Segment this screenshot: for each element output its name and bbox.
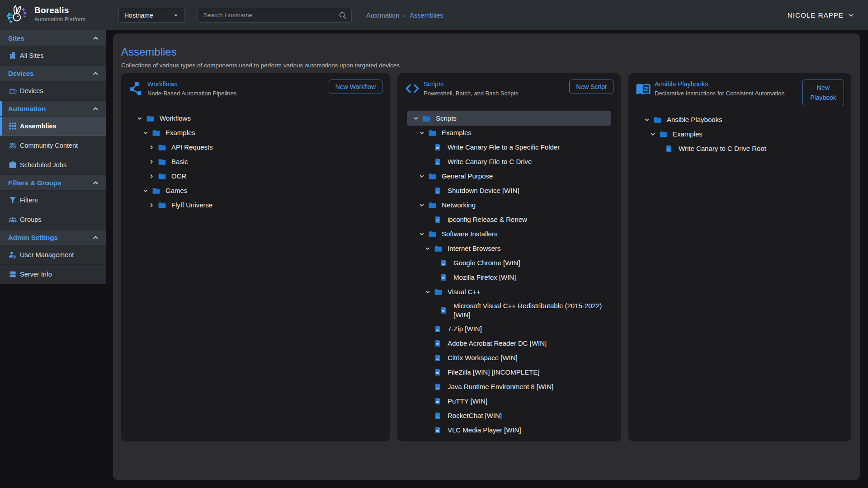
code-icon — [405, 80, 424, 96]
tree-folder-ocr[interactable]: OCR — [131, 169, 380, 183]
sidebar-section-filters-groups[interactable]: Filters & Groups — [0, 175, 106, 191]
new-playbook-button[interactable]: New Playbook — [802, 80, 844, 106]
search-icon[interactable] — [338, 11, 347, 19]
tree-file-write-canary-to-c-drive-root[interactable]: Write Canary to C Drive Root — [638, 141, 842, 156]
folder-icon — [653, 116, 662, 124]
tree-folder-ansible-playbooks[interactable]: Ansible Playbooks — [638, 113, 842, 127]
tree-folder-flyff-universe[interactable]: Flyff Universe — [131, 198, 380, 212]
tree-node-label: VLC Media Player [WIN] — [448, 423, 521, 437]
tree-file-microsoft-visual-c-redistributable-2015-2022-win[interactable]: Microsoft Visual C++ Redistributable (20… — [407, 299, 611, 322]
tree-file-google-chrome-win[interactable]: Google Chrome [WIN] — [407, 256, 611, 270]
sidebar-item-filters[interactable]: Filters — [0, 191, 106, 210]
borealis-logo — [6, 4, 28, 26]
tree-folder-software-installers[interactable]: Software Installers — [407, 227, 611, 241]
tree-folder-general-purpose[interactable]: General Purpose — [407, 169, 611, 183]
tree-folder-examples[interactable]: Examples — [638, 127, 842, 141]
chevron-down-icon[interactable] — [649, 131, 656, 138]
tree-folder-examples[interactable]: Examples — [407, 126, 611, 140]
sidebar-section-devices[interactable]: Devices — [0, 66, 106, 81]
chevron-right-icon[interactable] — [148, 173, 155, 180]
chevron-down-icon[interactable] — [136, 115, 143, 122]
chevron-down-icon[interactable] — [142, 129, 149, 136]
playbooks-card-subtitle: Declarative Instructions for Consistent … — [655, 89, 798, 97]
chevron-up-icon[interactable] — [91, 104, 100, 113]
tree-file-vlc-media-player-win[interactable]: VLC Media Player [WIN] — [407, 423, 611, 437]
tree-node-label: Mozilla Firefox [WIN] — [453, 271, 516, 284]
new-script-button[interactable]: New Script — [569, 80, 613, 94]
chevron-up-icon[interactable] — [91, 34, 100, 42]
file-icon — [434, 382, 443, 391]
hostname-select[interactable]: Hostname — [118, 8, 185, 23]
file-icon — [434, 186, 443, 195]
sidebar-item-label: Assemblies — [20, 122, 57, 130]
tree-file-rocketchat-win[interactable]: RocketChat [WIN] — [407, 408, 611, 423]
tree-node-label: Internet Browsers — [448, 242, 501, 255]
sidebar-item-all-sites[interactable]: All Sites — [0, 46, 106, 66]
grid-icon — [8, 122, 17, 131]
folder-icon — [422, 114, 431, 123]
folder-icon — [158, 201, 166, 210]
sidebar-item-community-content[interactable]: Community Content — [0, 136, 106, 155]
breadcrumb: Automation › Assemblies — [366, 0, 443, 30]
chevron-down-icon[interactable] — [418, 173, 425, 180]
tree-folder-api-requests[interactable]: API Requests — [131, 140, 380, 155]
tree-file-adobe-acrobat-reader-dc-win[interactable]: Adobe Acrobat Reader DC [WIN] — [407, 336, 611, 351]
tree-folder-games[interactable]: Games — [131, 183, 380, 198]
sidebar: SitesAll SitesDevicesDevicesAutomationAs… — [0, 30, 106, 284]
tree-file-write-canary-file-to-c-drive[interactable]: Write Canary File to C Drive — [407, 155, 611, 169]
chevron-down-icon[interactable] — [418, 129, 425, 136]
file-icon — [434, 339, 443, 348]
tree-node-label: General Purpose — [442, 169, 493, 183]
tree-file-java-runtime-environment-8-win[interactable]: Java Runtime Environment 8 [WIN] — [407, 380, 611, 394]
tree-file-filezilla-win-incomplete[interactable]: FileZilla [WIN] [INCOMPLETE] — [407, 365, 611, 380]
tree-file-ipconfig-release-renew[interactable]: ipconfig Release & Renew — [407, 212, 611, 227]
tree-node-label: Scripts — [436, 112, 457, 125]
tree-file-citrix-workspace-win[interactable]: Citrix Workspace [WIN] — [407, 351, 611, 365]
tree-folder-basic[interactable]: Basic — [131, 155, 380, 169]
search-input[interactable] — [203, 12, 338, 19]
tree-file-putty-win[interactable]: PuTTY [WIN] — [407, 394, 611, 408]
breadcrumb-automation[interactable]: Automation — [366, 12, 399, 19]
chevron-up-icon[interactable] — [91, 69, 100, 78]
tree-file-mozilla-firefox-win[interactable]: Mozilla Firefox [WIN] — [407, 270, 611, 285]
tree-folder-internet-browsers[interactable]: Internet Browsers — [407, 241, 611, 256]
sidebar-section-admin-settings[interactable]: Admin Settings — [0, 230, 106, 245]
chevron-down-icon[interactable] — [424, 245, 431, 252]
breadcrumb-assemblies[interactable]: Assemblies — [410, 12, 443, 19]
tree-folder-scripts[interactable]: Scripts — [407, 111, 611, 126]
chevron-down-icon[interactable] — [643, 116, 651, 123]
chevron-up-icon[interactable] — [91, 178, 100, 187]
file-icon — [434, 426, 443, 435]
chevron-down-icon[interactable] — [424, 288, 431, 296]
sidebar-item-assemblies[interactable]: Assemblies — [0, 117, 106, 136]
tree-file-write-canary-file-to-a-specific-folder[interactable]: Write Canary File to a Specific Folder — [407, 140, 611, 155]
user-menu[interactable]: NICOLE RAPPE — [788, 0, 855, 30]
chevron-right-icon[interactable] — [148, 144, 155, 151]
chevron-right-icon[interactable] — [148, 158, 155, 165]
workflows-card-title: Workflows — [147, 80, 324, 88]
chevron-down-icon[interactable] — [142, 187, 149, 194]
chevron-up-icon[interactable] — [91, 233, 100, 242]
tree-folder-networking[interactable]: Networking — [407, 198, 611, 212]
sidebar-section-automation[interactable]: Automation — [0, 101, 106, 117]
sidebar-section-sites[interactable]: Sites — [0, 30, 106, 46]
chevron-down-icon[interactable] — [418, 202, 425, 209]
tree-node-label: Visual C++ — [448, 285, 481, 299]
chevron-down-icon[interactable] — [418, 230, 425, 238]
tree-folder-examples[interactable]: Examples — [131, 126, 380, 140]
folder-icon — [434, 288, 443, 296]
sidebar-item-scheduled-jobs[interactable]: Scheduled Jobs — [0, 155, 106, 175]
tree-folder-visual-c[interactable]: Visual C++ — [407, 285, 611, 299]
sidebar-item-groups[interactable]: Groups — [0, 210, 106, 230]
chevron-down-icon[interactable] — [412, 115, 420, 122]
sidebar-item-user-management[interactable]: User Management — [0, 245, 106, 265]
tree-folder-workflows[interactable]: Workflows — [131, 111, 380, 126]
tree-file-7-zip-win[interactable]: 7-Zip [WIN] — [407, 322, 611, 336]
new-workflow-button[interactable]: New Workflow — [329, 80, 382, 94]
sidebar-item-server-info[interactable]: Server Info — [0, 265, 106, 284]
playbooks-tree: Ansible PlaybooksExamplesWrite Canary to… — [638, 113, 842, 156]
chevron-right-icon[interactable] — [148, 202, 155, 209]
tree-file-shutdown-device-win[interactable]: Shutdown Device [WIN] — [407, 183, 611, 198]
sidebar-item-devices[interactable]: Devices — [0, 81, 106, 101]
sidebar-section-label: Devices — [8, 70, 34, 77]
